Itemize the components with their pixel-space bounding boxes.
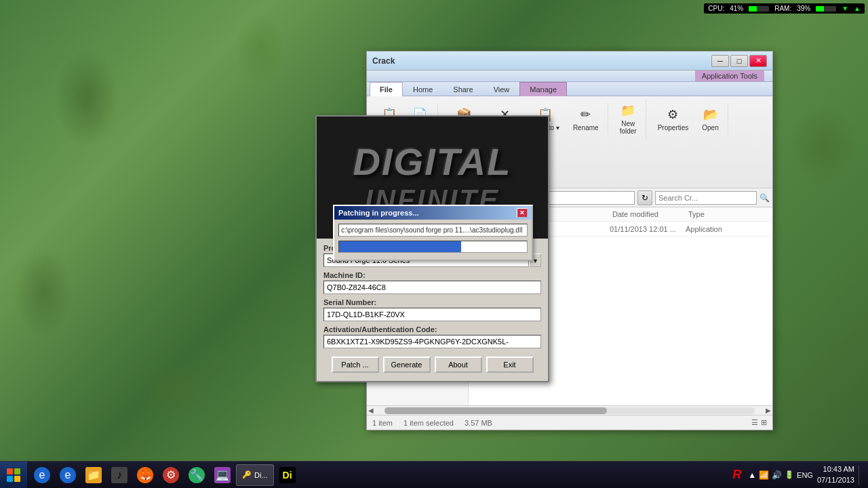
app2-icon: 🔧 [189, 467, 205, 483]
taskbar-app-firefox[interactable]: 🦊 [133, 463, 157, 487]
tab-home[interactable]: Home [403, 82, 443, 96]
taskbar-app-wmp[interactable]: ♪ [107, 463, 132, 487]
minimize-button[interactable]: ─ [711, 55, 729, 67]
maximize-button[interactable]: □ [730, 55, 748, 67]
machine-id-input[interactable] [323, 281, 541, 294]
tray-icon-1[interactable]: ▲ [748, 470, 756, 480]
ie2-icon: e [60, 467, 76, 483]
lang-label[interactable]: ENG [797, 471, 813, 479]
windows-logo-icon [7, 468, 20, 482]
ram-value: 39% [797, 5, 810, 12]
progress-bar-container [338, 241, 528, 253]
explorer-titlebar: Crack ─ □ ✕ [367, 52, 772, 70]
serial-input[interactable] [323, 308, 541, 321]
logo-digital-text: DIGITAL [353, 140, 512, 184]
ribbon-tabs: File Home Share View Manage [367, 82, 772, 96]
system-tray: ▲ 📶 🔊 🔋 ENG [748, 470, 813, 480]
col-type[interactable]: Type [686, 210, 767, 218]
network-icon[interactable]: 📶 [759, 470, 769, 480]
taskbar-app-explorer[interactable]: 📁 [81, 463, 106, 487]
serial-row [323, 308, 541, 321]
about-button[interactable]: About [435, 357, 482, 373]
status-bar: 1 item 1 item selected 3.57 MB ☰ ⊞ [367, 415, 772, 430]
tab-manage[interactable]: Manage [519, 82, 567, 96]
search-input[interactable] [655, 191, 757, 205]
taskbar-app-keygen2[interactable]: Di [275, 463, 300, 487]
machine-id-label: Machine ID: [323, 271, 541, 279]
new-folder-btn[interactable]: 📁 New folder [614, 99, 643, 138]
volume-icon[interactable]: 🔊 [772, 470, 782, 480]
progress-bar-fill [339, 241, 461, 252]
taskbar-app-app3[interactable]: 💻 [210, 463, 235, 487]
open-btn[interactable]: 📂 Open [696, 103, 724, 135]
ie-icon: e [34, 467, 50, 483]
file-date: 01/11/2013 12:01 ... [610, 225, 686, 233]
explorer-title: Crack [372, 56, 711, 66]
show-desktop-btn[interactable] [859, 466, 863, 485]
serial-label: Serial Number: [323, 298, 541, 306]
ram-label: RAM: [774, 5, 791, 12]
rename-btn[interactable]: ✏ Rename [567, 103, 605, 135]
file-type: Application [686, 225, 767, 233]
scroll-right-icon[interactable]: ▶ [764, 407, 772, 414]
machine-id-row [323, 281, 541, 294]
taskbar-right: R ▲ 📶 🔊 🔋 ENG 10:43 AM 07/11/2013 [727, 464, 868, 485]
selected-count: 1 item selected [403, 419, 454, 427]
ram-bar [816, 6, 836, 12]
taskbar-keygen-btn[interactable]: 🔑 Di... [236, 464, 274, 486]
app1-icon: ⚙ [163, 467, 179, 483]
cpu-value: 41% [730, 5, 743, 12]
keygen-icon: 🔑 [242, 470, 252, 479]
app-buttons: Patch ... Generate About Exit [323, 352, 541, 375]
progress-file-path: c:\program files\sony\sound forge pro 11… [338, 224, 528, 237]
tab-view[interactable]: View [484, 82, 520, 96]
taskbar: e e 📁 ♪ 🦊 ⚙ 🔧 💻 🔑 Di... Di R [0, 461, 868, 488]
scroll-left-icon[interactable]: ◀ [367, 407, 375, 414]
new-folder-icon: 📁 [620, 102, 636, 119]
col-date[interactable]: Date modified [610, 210, 686, 218]
search-icon: 🔍 [760, 193, 770, 203]
taskbar-app-app1[interactable]: ⚙ [159, 463, 183, 487]
properties-icon: ⚙ [665, 106, 681, 123]
horizontal-scrollbar[interactable]: ◀ ▶ [367, 405, 772, 415]
exit-button[interactable]: Exit [486, 357, 534, 373]
tab-file[interactable]: File [370, 82, 403, 96]
generate-button[interactable]: Generate [383, 357, 431, 373]
application-tools-tab[interactable]: Application Tools [695, 70, 764, 81]
system-monitor: CPU: 41% RAM: 39% ▼ ▲ [704, 3, 865, 14]
progress-title-text: Patching in progress... [338, 209, 517, 217]
taskbar-app-app2[interactable]: 🔧 [184, 463, 209, 487]
activation-input[interactable] [323, 335, 541, 348]
battery-icon: 🔋 [785, 470, 794, 479]
close-button[interactable]: ✕ [749, 55, 767, 67]
arrow-down-icon: ▼ [842, 5, 848, 12]
clock[interactable]: 10:43 AM 07/11/2013 [817, 464, 854, 485]
refresh-button[interactable]: ↻ [637, 190, 652, 205]
new-group: 📁 New folder [611, 99, 646, 138]
tab-share[interactable]: Share [443, 82, 483, 96]
open-icon: 📂 [703, 106, 719, 123]
keygen2-icon: Di [279, 467, 296, 483]
start-button[interactable] [0, 462, 27, 489]
cpu-bar [749, 6, 769, 12]
properties-btn[interactable]: ⚙ Properties [652, 103, 695, 135]
file-size: 3.57 MB [465, 419, 492, 427]
open-group: ⚙ Properties 📂 Open [649, 103, 728, 135]
scrollbar-track [384, 407, 755, 414]
view-detail-btn[interactable]: ⊞ [761, 418, 767, 427]
progress-dialog-titlebar: Patching in progress... ✕ [334, 206, 532, 220]
explorer-icon: 📁 [85, 467, 102, 483]
taskbar-apps: e e 📁 ♪ 🦊 ⚙ 🔧 💻 🔑 Di... Di [27, 462, 302, 488]
taskbar-app-ie[interactable]: e [30, 463, 54, 487]
progress-close-button[interactable]: ✕ [517, 208, 528, 218]
window-controls: ─ □ ✕ [711, 55, 767, 67]
scrollbar-thumb[interactable] [384, 407, 607, 414]
progress-dialog: Patching in progress... ✕ c:\program fil… [333, 205, 533, 261]
taskbar-app-ie2[interactable]: e [56, 463, 80, 487]
arrow-up-icon: ▲ [854, 5, 861, 12]
wmp-icon: ♪ [111, 467, 127, 483]
date-display: 07/11/2013 [817, 475, 854, 485]
view-list-btn[interactable]: ☰ [751, 418, 758, 427]
patch-button[interactable]: Patch ... [332, 357, 379, 373]
activation-row [323, 335, 541, 348]
